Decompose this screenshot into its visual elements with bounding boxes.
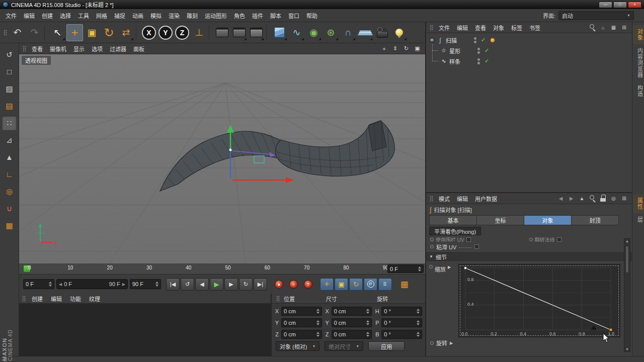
- menu-item[interactable]: 网格: [93, 10, 111, 21]
- scroll-down-icon[interactable]: ▼: [625, 347, 629, 351]
- object-menu-item[interactable]: 编辑: [453, 22, 471, 33]
- solo-mode-button[interactable]: ◎: [2, 184, 17, 199]
- drag-handle-icon[interactable]: [430, 196, 434, 202]
- menu-item[interactable]: 工具: [74, 10, 93, 21]
- last-used-tool[interactable]: ⇄: [118, 24, 134, 41]
- workplane-mode-button[interactable]: ▤: [2, 99, 17, 113]
- menu-item[interactable]: 捕捉: [111, 10, 129, 21]
- dock-tab[interactable]: 层: [633, 213, 644, 226]
- vp-pan-icon[interactable]: +: [379, 44, 389, 53]
- material-menu-item[interactable]: 纹理: [85, 294, 104, 304]
- menu-item[interactable]: 雕刻: [183, 10, 201, 21]
- nav-back-icon[interactable]: ◀: [557, 195, 565, 202]
- up-level-icon[interactable]: ▲: [578, 195, 586, 202]
- detail-section-header[interactable]: ▼ 细节: [426, 252, 632, 261]
- undo-button[interactable]: ↶: [9, 24, 26, 41]
- menu-item[interactable]: 编辑: [20, 10, 38, 21]
- move-tool[interactable]: +: [66, 24, 83, 41]
- search-icon[interactable]: [589, 195, 596, 202]
- anim-ring-icon[interactable]: [430, 245, 434, 248]
- enabled-check-icon[interactable]: ✓: [485, 58, 489, 64]
- object-name[interactable]: 星形: [449, 47, 475, 55]
- view-label[interactable]: 透视视图: [22, 56, 51, 65]
- play-button[interactable]: ▶: [210, 278, 223, 291]
- menu-item[interactable]: 渲染: [165, 10, 183, 21]
- size-x-field[interactable]: 0 cm: [332, 307, 372, 316]
- rotation-h-field[interactable]: 0 °: [381, 307, 422, 316]
- deformer-button[interactable]: ∩: [340, 24, 356, 41]
- object-menu-item[interactable]: 对象: [490, 22, 508, 33]
- dock-tab[interactable]: 内容浏览器: [633, 44, 644, 81]
- key-position-toggle[interactable]: +: [320, 278, 334, 291]
- menu-item[interactable]: 脚本: [267, 10, 285, 21]
- next-key-button[interactable]: ↻: [239, 278, 253, 291]
- object-menu-item[interactable]: 文件: [435, 22, 453, 33]
- preview-range-slider[interactable]: ◀ 0 F 90 F ▶: [56, 279, 128, 289]
- texture-mode-button[interactable]: ▨: [2, 81, 17, 96]
- render-picture-button[interactable]: [231, 24, 248, 41]
- nav-forward-icon[interactable]: ▶: [568, 195, 575, 202]
- anim-ring-icon[interactable]: [430, 341, 434, 345]
- key-scale-toggle[interactable]: ▣: [335, 278, 348, 291]
- sticky-uv-checkbox[interactable]: [474, 244, 479, 249]
- object-menu-item[interactable]: 查看: [471, 22, 490, 33]
- layers-icon[interactable]: ▦: [610, 24, 617, 31]
- scroll-up-icon[interactable]: ▲: [625, 239, 629, 243]
- timeline-window-button[interactable]: ▦: [398, 278, 411, 291]
- rotation-b-field[interactable]: 0 °: [381, 330, 422, 339]
- visibility-dots-icon[interactable]: [477, 48, 480, 54]
- checkbox[interactable]: [557, 237, 561, 242]
- size-y-field[interactable]: 0 cm: [332, 318, 372, 327]
- snap-button[interactable]: ∪: [2, 201, 17, 216]
- spline-pen-button[interactable]: ∿: [288, 24, 305, 41]
- chevron-right-icon[interactable]: ▶: [448, 265, 451, 269]
- menu-item[interactable]: 角色: [230, 10, 249, 21]
- viewport-menu-item[interactable]: 过滤器: [106, 43, 130, 54]
- live-selection-tool[interactable]: ↖: [49, 24, 66, 41]
- object-tree[interactable]: ∫ 扫描 ✓ ☆ 星形 ✓ ∿: [426, 33, 632, 192]
- model-mode-button[interactable]: □: [2, 64, 17, 79]
- position-x-field[interactable]: 0 cm: [281, 307, 322, 316]
- points-mode-button[interactable]: ∷: [2, 116, 17, 130]
- record-keyframe-button[interactable]: ●: [272, 278, 286, 291]
- lock-icon[interactable]: [599, 195, 607, 202]
- scale-curve-editor[interactable]: 0.8 0.4 0.00.20.40.60.81.0: [458, 264, 620, 337]
- menu-item[interactable]: 动画: [129, 10, 147, 21]
- viewport-menu-item[interactable]: 面板: [130, 43, 148, 54]
- position-y-field[interactable]: 0 cm: [281, 318, 322, 327]
- phong-shading-button[interactable]: 平滑着色(Phong): [429, 227, 481, 235]
- drag-handle-icon[interactable]: [23, 46, 27, 52]
- spinner-icon[interactable]: [418, 266, 421, 272]
- lock-y-button[interactable]: Y: [158, 26, 173, 40]
- attribute-scrollbar[interactable]: ▲ ▼: [624, 238, 630, 352]
- menu-item[interactable]: 帮助: [303, 10, 321, 21]
- vp-rotate-icon[interactable]: ↻: [401, 44, 411, 53]
- dock-tab[interactable]: 对象: [633, 25, 644, 44]
- viewport-menu-item[interactable]: 显示: [70, 43, 88, 54]
- light-button[interactable]: [391, 24, 408, 41]
- dock-tab[interactable]: 属性: [633, 194, 644, 213]
- attribute-tab[interactable]: 坐标: [477, 215, 524, 225]
- viewport[interactable]: X 透视视图: [19, 54, 425, 263]
- visibility-dots-icon[interactable]: [477, 58, 480, 64]
- enabled-check-icon[interactable]: ✓: [481, 37, 486, 43]
- object-row-star[interactable]: ☆ 星形 ✓: [426, 45, 632, 56]
- vp-zoom-icon[interactable]: ⇕: [390, 44, 400, 53]
- prev-key-button[interactable]: ↺: [181, 278, 194, 291]
- camera-button[interactable]: [374, 24, 390, 41]
- object-row-sweep[interactable]: ∫ 扫描 ✓: [426, 35, 632, 45]
- anim-ring-icon[interactable]: [429, 265, 433, 268]
- spinner-icon[interactable]: [49, 282, 52, 287]
- key-parameter-toggle[interactable]: P: [364, 278, 377, 291]
- axis-mode-button[interactable]: ∟: [2, 167, 17, 182]
- coord-system-button[interactable]: ⊥: [191, 24, 207, 41]
- attribute-tab[interactable]: 基本: [429, 215, 477, 225]
- size-mode-select[interactable]: 绝对尺寸▼: [325, 341, 363, 351]
- material-list-area[interactable]: [19, 304, 271, 356]
- material-menu-item[interactable]: 创建: [28, 294, 47, 304]
- viewport-menu-item[interactable]: 选项: [88, 43, 106, 54]
- timeline-ruler[interactable]: 0102030405060708090 0 F: [19, 263, 425, 275]
- environment-button[interactable]: [357, 24, 373, 41]
- anim-ring-icon[interactable]: [430, 238, 434, 241]
- object-menu-item[interactable]: 书签: [526, 22, 544, 33]
